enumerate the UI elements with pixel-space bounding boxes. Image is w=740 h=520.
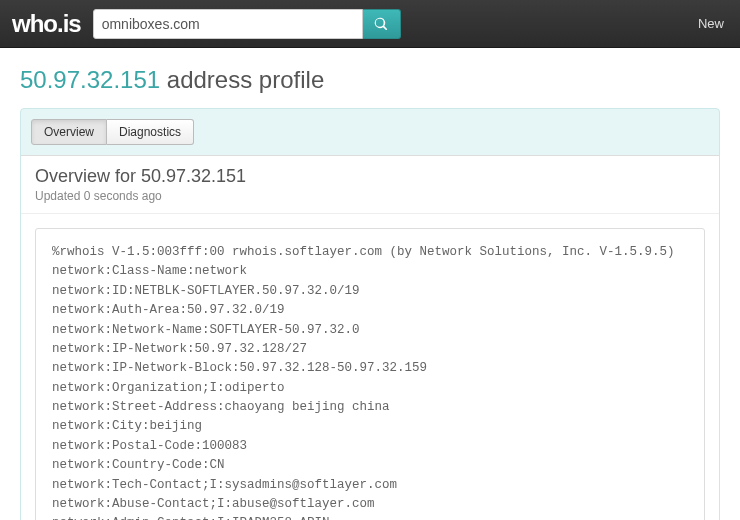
whois-record-wrap: %rwhois V-1.5:003fff:00 rwhois.softlayer…: [21, 213, 719, 520]
page-title-suffix: address profile: [160, 66, 324, 93]
whois-record: %rwhois V-1.5:003fff:00 rwhois.softlayer…: [35, 228, 705, 520]
tab-diagnostics[interactable]: Diagnostics: [107, 119, 194, 145]
search-button[interactable]: [363, 9, 401, 39]
section-title: Overview for 50.97.32.151: [35, 166, 705, 187]
search-icon: [374, 17, 388, 31]
tab-overview[interactable]: Overview: [31, 119, 107, 145]
page-title: 50.97.32.151 address profile: [0, 48, 740, 108]
tab-bar: Overview Diagnostics: [21, 109, 719, 155]
top-bar: who.is New: [0, 0, 740, 48]
section-updated: Updated 0 seconds ago: [35, 189, 705, 203]
section-header: Overview for 50.97.32.151 Updated 0 seco…: [21, 155, 719, 213]
search-input[interactable]: [93, 9, 363, 39]
nav-new[interactable]: New: [694, 16, 728, 31]
page-title-ip: 50.97.32.151: [20, 66, 160, 93]
site-logo[interactable]: who.is: [12, 10, 81, 38]
profile-panel: Overview Diagnostics Overview for 50.97.…: [20, 108, 720, 520]
search-form: [93, 9, 401, 39]
